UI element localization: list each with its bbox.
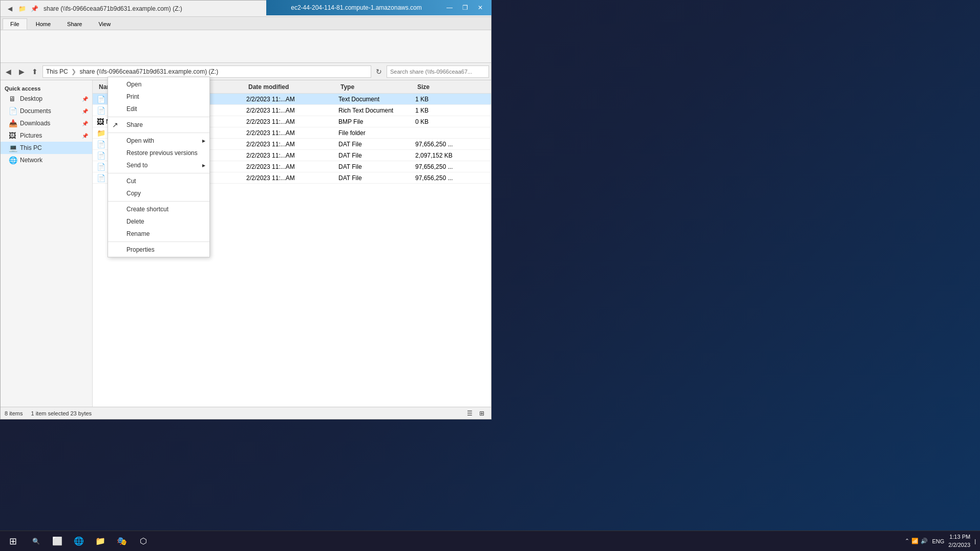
pictures-pin-icon: 📌 — [82, 133, 88, 139]
context-item-label: Properties — [126, 246, 155, 253]
sidebar: Quick access 🖥 Desktop 📌 📄 Documents 📌 📥… — [1, 80, 93, 407]
file-size: 97,656,250 ... — [415, 174, 477, 182]
sidebar-item-desktop[interactable]: 🖥 Desktop 📌 — [1, 93, 92, 105]
sidebar-item-network[interactable]: 🌐 Network — [1, 154, 92, 166]
context-item-label: Edit — [126, 105, 137, 113]
view-large-icons-button[interactable]: ⊞ — [477, 408, 487, 418]
context-menu-item[interactable]: Properties — [108, 244, 209, 256]
context-item-label: Rename — [126, 230, 150, 237]
ribbon-content — [1, 30, 491, 63]
context-menu-item[interactable]: ↗ Share — [108, 119, 209, 131]
taskbar-search-button[interactable]: 🔍 — [26, 531, 46, 552]
context-item-label: Delete — [126, 218, 144, 225]
context-separator — [108, 241, 209, 242]
file-size: 2,097,152 KB — [415, 152, 477, 159]
taskbar: ⊞ 🔍 ⬜ 🌐 📁 🎭 ⬡ ⌃ 📶 🔊 ENG 1:13 PM 2/2/2023… — [0, 531, 980, 551]
context-menu-item[interactable]: Copy — [108, 187, 209, 200]
items-count: 8 items — [5, 410, 23, 416]
taskbar-explorer-button[interactable]: 📁 — [90, 531, 111, 552]
title-bar-back-icon: ◀ — [5, 4, 15, 14]
address-this-pc[interactable]: This PC — [46, 68, 68, 75]
sidebar-item-thispc[interactable]: 💻 This PC — [1, 142, 92, 154]
clock-time: 1:13 PM — [948, 533, 970, 541]
downloads-pin-icon: 📌 — [82, 121, 88, 126]
sidebar-item-pictures[interactable]: 🖼 Pictures 📌 — [1, 129, 92, 142]
context-item-icon: ↗ — [112, 121, 118, 129]
taskbar-show-desktop[interactable]: | — [974, 538, 976, 544]
col-header-type[interactable]: Type — [340, 83, 417, 91]
context-menu-item[interactable]: Cut — [108, 175, 209, 187]
refresh-button[interactable]: ↻ — [373, 66, 385, 77]
taskbar-powershell-button[interactable]: ⬡ — [133, 531, 154, 552]
file-icon: 🖼 — [97, 118, 104, 126]
context-menu: Open Print Edit ↗ Share Open with Restor… — [108, 77, 210, 257]
context-menu-item[interactable]: Send to — [108, 159, 209, 171]
context-menu-item[interactable]: Create shortcut — [108, 203, 209, 215]
context-menu-item[interactable]: Print — [108, 91, 209, 103]
file-type: Rich Text Document — [338, 107, 415, 114]
taskbar-pinned-apps: ⬜ 🌐 📁 🎭 ⬡ — [47, 531, 154, 552]
context-menu-item[interactable]: Edit — [108, 103, 209, 115]
address-path[interactable]: This PC ❯ share (\\fs-0966ceaa671b9d631.… — [42, 65, 371, 78]
file-icon: 📄 — [97, 106, 105, 115]
sidebar-network-label: Network — [20, 157, 42, 164]
taskbar-right: ⌃ 📶 🔊 ENG 1:13 PM 2/2/2023 | — [905, 533, 980, 549]
file-date: 2/2/2023 11:...AM — [246, 174, 338, 182]
file-type: DAT File — [338, 163, 415, 170]
status-view-controls: ☰ ⊞ — [464, 408, 487, 418]
desktop-icon: 🖥 — [9, 95, 17, 103]
col-header-date[interactable]: Date modified — [248, 83, 340, 91]
documents-icon: 📄 — [9, 107, 17, 115]
nav-forward-button[interactable]: ▶ — [16, 66, 27, 77]
file-icon: 📄 — [97, 95, 105, 103]
taskbar-taskview-button[interactable]: ⬜ — [47, 531, 68, 552]
tray-volume-icon[interactable]: 🔊 — [921, 538, 928, 544]
file-date: 2/2/2023 11:...AM — [246, 118, 338, 125]
context-menu-item[interactable]: Rename — [108, 228, 209, 240]
context-menu-item[interactable]: Open — [108, 78, 209, 91]
sidebar-documents-label: Documents — [20, 107, 51, 115]
rdp-minimize-button[interactable]: — — [442, 3, 457, 13]
tab-home[interactable]: Home — [28, 18, 58, 30]
tray-up-icon[interactable]: ⌃ — [905, 538, 909, 544]
search-input[interactable] — [387, 65, 489, 78]
context-menu-item[interactable]: Delete — [108, 215, 209, 228]
context-item-label: Create shortcut — [126, 206, 168, 213]
rdp-close-button[interactable]: ✕ — [473, 3, 487, 13]
sidebar-item-documents[interactable]: 📄 Documents 📌 — [1, 105, 92, 117]
nav-back-button[interactable]: ◀ — [3, 66, 14, 77]
file-size: 1 KB — [415, 96, 477, 103]
file-size: 97,656,250 ... — [415, 141, 477, 148]
ribbon-tabs: File Home Share View — [1, 17, 491, 30]
context-item-label: Open — [126, 81, 141, 88]
rdp-titlebar: ec2-44-204-114-81.compute-1.amazonaws.co… — [266, 0, 492, 15]
file-icon: 📄 — [97, 174, 105, 182]
rdp-restore-button[interactable]: ❐ — [458, 3, 472, 13]
downloads-icon: 📥 — [9, 119, 17, 127]
tab-file[interactable]: File — [3, 18, 27, 30]
view-details-button[interactable]: ☰ — [464, 408, 475, 418]
tab-view[interactable]: View — [91, 18, 118, 30]
file-type: Text Document — [338, 96, 415, 103]
start-button[interactable]: ⊞ — [0, 531, 26, 552]
tray-network-icon[interactable]: 📶 — [911, 538, 919, 544]
nav-up-button[interactable]: ⬆ — [29, 66, 40, 77]
taskbar-clock[interactable]: 1:13 PM 2/2/2023 — [948, 533, 970, 549]
file-type: DAT File — [338, 174, 415, 182]
context-menu-item[interactable]: Restore previous versions — [108, 147, 209, 159]
context-separator — [108, 201, 209, 202]
taskbar-ie-button[interactable]: 🌐 — [69, 531, 89, 552]
status-bar: 8 items 1 item selected 23 bytes ☰ ⊞ — [1, 407, 491, 419]
sidebar-item-downloads[interactable]: 📥 Downloads 📌 — [1, 117, 92, 129]
col-header-size[interactable]: Size — [417, 83, 479, 91]
tab-share[interactable]: Share — [59, 18, 90, 30]
network-icon: 🌐 — [9, 156, 17, 164]
taskbar-lang[interactable]: ENG — [932, 538, 944, 544]
file-size: 1 KB — [415, 107, 477, 114]
file-date: 2/2/2023 11:...AM — [246, 96, 338, 103]
taskbar-media-button[interactable]: 🎭 — [112, 531, 132, 552]
address-share[interactable]: share (\\fs-0966ceaa671b9d631.example.co… — [79, 68, 218, 75]
context-menu-item[interactable]: Open with — [108, 135, 209, 147]
file-type: DAT File — [338, 152, 415, 159]
file-date: 2/2/2023 11:...AM — [246, 129, 338, 137]
